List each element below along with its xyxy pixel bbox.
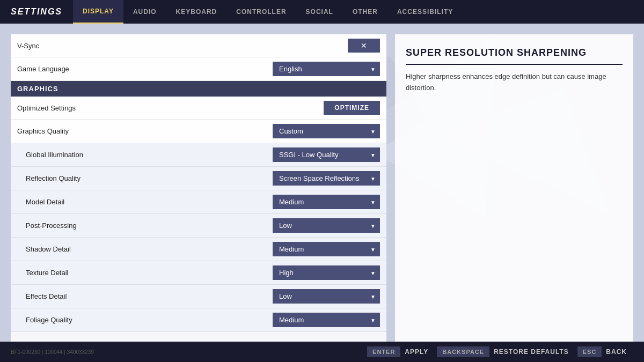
vsync-row: V-Sync ✕ <box>11 34 386 57</box>
post-processing-dropdown-wrapper: Low Medium High Off <box>273 218 380 233</box>
effects-detail-row: Effects Detail Low Medium High Off <box>11 285 386 308</box>
post-processing-row: Post-Processing Low Medium High Off <box>11 214 386 238</box>
info-title: SUPER RESOLUTION SHARPENING <box>406 47 623 65</box>
game-language-select[interactable]: English French German Spanish Japanese <box>273 62 380 76</box>
tab-social[interactable]: SOCIAL <box>296 0 343 24</box>
reflection-quality-row: Reflection Quality Screen Space Reflecti… <box>11 167 386 190</box>
info-description: Higher sharpness enhances edge definitio… <box>406 71 623 94</box>
post-processing-label: Post-Processing <box>26 221 77 230</box>
effects-detail-dropdown-wrapper: Low Medium High Off <box>273 289 380 304</box>
graphics-quality-select[interactable]: Custom Low Medium High Ultra <box>273 124 380 138</box>
settings-panel: V-Sync ✕ Game Language English French Ge… <box>11 34 386 351</box>
model-detail-select[interactable]: Medium Low High Ultra <box>273 195 380 209</box>
restore-defaults-label: RESTORE DEFAULTS <box>492 348 575 356</box>
vsync-toggle[interactable]: ✕ <box>348 39 380 53</box>
bottom-bar: BF1-000230 | 100044 | 340033239 ENTER AP… <box>0 342 644 362</box>
texture-detail-dropdown-wrapper: High Low Medium Ultra <box>273 265 380 280</box>
foliage-quality-row: Foliage Quality Medium Low High Ultra <box>11 308 386 332</box>
effects-detail-select[interactable]: Low Medium High Off <box>273 289 380 304</box>
backspace-key: BACKSPACE <box>437 346 489 357</box>
shadow-detail-select[interactable]: Medium Low High Off <box>273 242 380 256</box>
reflection-quality-dropdown-wrapper: Screen Space Reflections Low Medium High… <box>273 171 380 186</box>
texture-detail-row: Texture Detail High Low Medium Ultra <box>11 261 386 285</box>
vsync-label: V-Sync <box>17 42 39 50</box>
global-illumination-select[interactable]: SSGI - Low Quality SSGI - Medium Quality… <box>273 147 380 162</box>
tab-other[interactable]: OTHER <box>343 0 387 24</box>
optimized-settings-row: Optimized Settings OPTIMIZE <box>11 97 386 120</box>
game-language-row: Game Language English French German Span… <box>11 57 386 81</box>
tab-controller[interactable]: CONTROLLER <box>226 0 296 24</box>
app-title: SETTINGS <box>0 0 73 24</box>
esc-key: ESC <box>577 346 602 357</box>
game-language-dropdown-wrapper: English French German Spanish Japanese <box>273 62 380 76</box>
effects-detail-label: Effects Detail <box>26 292 67 300</box>
model-detail-row: Model Detail Medium Low High Ultra <box>11 190 386 214</box>
model-detail-dropdown-wrapper: Medium Low High Ultra <box>273 195 380 209</box>
graphics-quality-label: Graphics Quality <box>17 127 69 135</box>
main-content: V-Sync ✕ Game Language English French Ge… <box>0 24 644 362</box>
foliage-quality-dropdown-wrapper: Medium Low High Ultra <box>273 313 380 327</box>
game-language-label: Game Language <box>17 65 69 73</box>
apply-label: APPLY <box>402 348 435 356</box>
tab-keyboard[interactable]: KEYBOARD <box>166 0 227 24</box>
reflection-quality-select[interactable]: Screen Space Reflections Low Medium High… <box>273 171 380 186</box>
graphics-quality-row: Graphics Quality Custom Low Medium High … <box>11 120 386 143</box>
graphics-section-header: GRAPHICS <box>11 81 386 97</box>
back-label: BACK <box>604 348 633 356</box>
optimize-button[interactable]: OPTIMIZE <box>324 101 380 115</box>
post-processing-select[interactable]: Low Medium High Off <box>273 218 380 233</box>
nav-bar: SETTINGS DISPLAY AUDIO KEYBOARD CONTROLL… <box>0 0 644 24</box>
tab-display[interactable]: DISPLAY <box>73 0 123 24</box>
graphics-quality-dropdown-wrapper: Custom Low Medium High Ultra <box>273 124 380 138</box>
model-detail-label: Model Detail <box>26 198 64 206</box>
info-panel: SUPER RESOLUTION SHARPENING Higher sharp… <box>395 34 633 351</box>
reflection-quality-label: Reflection Quality <box>26 174 80 182</box>
shadow-detail-row: Shadow Detail Medium Low High Off <box>11 238 386 261</box>
sys-info: BF1-000230 | 100044 | 340033239 <box>11 349 94 355</box>
enter-key: ENTER <box>367 346 400 357</box>
foliage-quality-select[interactable]: Medium Low High Ultra <box>273 313 380 327</box>
shadow-detail-dropdown-wrapper: Medium Low High Off <box>273 242 380 256</box>
optimized-settings-label: Optimized Settings <box>17 104 76 112</box>
texture-detail-label: Texture Detail <box>26 269 68 277</box>
global-illumination-label: Global Illumination <box>26 151 83 159</box>
shadow-detail-label: Shadow Detail <box>26 245 71 253</box>
texture-detail-select[interactable]: High Low Medium Ultra <box>273 265 380 280</box>
global-illumination-row: Global Illumination SSGI - Low Quality S… <box>11 143 386 167</box>
tab-audio[interactable]: AUDIO <box>123 0 166 24</box>
tab-accessibility[interactable]: ACCESSIBILITY <box>387 0 463 24</box>
global-illumination-dropdown-wrapper: SSGI - Low Quality SSGI - Medium Quality… <box>273 147 380 162</box>
foliage-quality-label: Foliage Quality <box>26 316 72 324</box>
